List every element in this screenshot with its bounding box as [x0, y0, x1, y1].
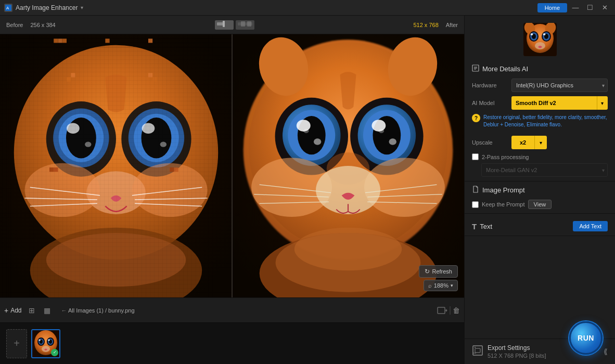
svg-point-109 [530, 33, 533, 35]
image-prompt-section: Image Prompt Keep the Prompt View [465, 181, 615, 214]
ai-model-control: Smooth Diff v2 ▾ [511, 96, 608, 110]
after-image [232, 34, 464, 297]
svg-rect-10 [54, 38, 58, 43]
svg-point-69 [389, 138, 396, 145]
svg-point-118 [475, 347, 476, 348]
two-pass-checkbox[interactable] [472, 153, 479, 160]
run-button[interactable]: RUN [569, 321, 603, 355]
ai-model-button[interactable]: Smooth Diff v2 [511, 96, 597, 110]
svg-point-38 [24, 163, 100, 217]
ai-model-dropdown-button[interactable]: ▾ [597, 96, 608, 110]
svg-rect-117 [475, 348, 480, 353]
add-image-button[interactable]: + [6, 329, 27, 358]
slider-controls [215, 20, 254, 30]
ai-model-label: AI Model [472, 100, 508, 106]
svg-rect-2 [217, 22, 223, 25]
titlebar: A Aarty Image Enhancer ▾ Home — ☐ ✕ [0, 0, 615, 16]
slider-after-btn[interactable] [236, 20, 254, 30]
two-pass-label: 2-Pass processing [482, 154, 529, 160]
filmstrip-actions: 🗑 [437, 306, 460, 315]
titlebar-right: Home — ☐ ✕ [537, 3, 611, 13]
upscale-control: x2 ▾ [511, 136, 608, 149]
svg-point-97 [48, 339, 50, 341]
before-label: Before [6, 22, 23, 28]
left-panel: Before 256 x 384 [0, 16, 464, 364]
svg-point-62 [297, 120, 311, 132]
export-details: 512 X 768 PNG [8 bits] [488, 353, 546, 359]
close-button[interactable]: ✕ [598, 3, 611, 13]
text-row: T Text Add Text [472, 221, 608, 231]
grid2-view-button[interactable]: ▦ [42, 305, 53, 316]
export-icon [472, 345, 483, 359]
svg-rect-116 [473, 346, 482, 355]
help-icon[interactable]: ? [472, 114, 480, 122]
svg-point-96 [39, 339, 41, 341]
svg-point-83 [294, 228, 402, 271]
filmstrip-bar: + Add ⊞ ▦ ← All Images (1) / bunny.png 🗑 [0, 297, 464, 322]
svg-rect-84 [438, 307, 445, 314]
svg-rect-12 [62, 38, 67, 43]
filmstrip: + [0, 322, 464, 364]
refresh-button[interactable]: ↻ Refresh [419, 265, 458, 278]
add-text-button[interactable]: Add Text [573, 221, 608, 231]
image-thumbnail[interactable]: ✓ [31, 329, 60, 358]
right-scroll: More Details AI Hardware Intel(R) UHD Gr… [465, 16, 615, 364]
export-left: Export Settings 512 X 768 PNG [8 bits] [472, 344, 546, 359]
svg-rect-14 [148, 38, 152, 43]
view-button[interactable]: View [528, 200, 552, 209]
refresh-icon: ↻ [425, 268, 430, 275]
export-small-icon [437, 307, 447, 314]
zoom-button[interactable]: ⌕ 188% ▾ [424, 280, 458, 291]
after-label: After [446, 22, 458, 28]
app-icon: A [4, 4, 12, 12]
hardware-dropdown[interactable]: Intel(R) UHD Graphics [511, 79, 608, 92]
upscale-label: Upscale [472, 139, 508, 146]
svg-rect-6 [241, 21, 245, 27]
svg-rect-3 [224, 22, 230, 25]
more-detail-gan-dropdown: More-Detail GAN v2 [481, 163, 608, 177]
hardware-row: Hardware Intel(R) UHD Graphics ▾ [472, 79, 608, 92]
svg-point-26 [160, 142, 166, 147]
compare-divider [232, 34, 233, 297]
svg-rect-33 [67, 77, 71, 82]
home-button[interactable]: Home [537, 3, 567, 12]
details-icon [472, 64, 479, 73]
zoom-icon: ⌕ [428, 282, 432, 289]
export-expand-icon[interactable]: ⟪ [604, 347, 608, 356]
gan-dropdown-arrow: ▾ [602, 167, 605, 173]
svg-rect-46 [49, 167, 54, 172]
svg-rect-47 [54, 167, 58, 172]
separator [450, 306, 451, 315]
hardware-label: Hardware [472, 82, 508, 88]
minimize-button[interactable]: — [569, 3, 582, 13]
svg-rect-34 [71, 73, 75, 77]
svg-point-63 [314, 138, 321, 145]
main-layout: Before 256 x 384 [0, 16, 615, 364]
image-compare[interactable]: ↻ Refresh ⌕ 188% ▾ [0, 34, 464, 297]
more-detail-gan-control: More-Detail GAN v2 ▾ [481, 163, 608, 177]
svg-point-70 [379, 129, 384, 133]
keep-prompt-checkbox[interactable] [472, 201, 479, 208]
svg-rect-7 [247, 21, 251, 27]
two-pass-row: 2-Pass processing [472, 153, 608, 160]
trash-button[interactable]: 🗑 [453, 306, 460, 315]
add-button-bar[interactable]: + Add [4, 306, 22, 315]
grid-view-button[interactable]: ⊞ [26, 305, 37, 316]
svg-rect-4 [223, 21, 225, 27]
more-details-section: More Details AI Hardware Intel(R) UHD Gr… [465, 60, 615, 181]
image-controls: ↻ Refresh ⌕ 188% ▾ [419, 265, 458, 291]
upscale-button[interactable]: x2 [511, 136, 534, 149]
right-panel: More Details AI Hardware Intel(R) UHD Gr… [464, 16, 615, 364]
svg-rect-48 [170, 167, 174, 172]
upscale-dropdown-button[interactable]: ▾ [534, 136, 547, 149]
svg-rect-13 [105, 38, 109, 43]
svg-text:A: A [6, 6, 9, 10]
slider-before-btn[interactable] [215, 20, 234, 30]
maximize-button[interactable]: ☐ [584, 3, 596, 13]
upscale-row: Upscale x2 ▾ [472, 136, 608, 149]
plus-icon: + [4, 306, 8, 315]
export-title: Export Settings [488, 344, 546, 352]
svg-point-21 [85, 142, 91, 147]
before-image [0, 34, 232, 297]
export-info: Export Settings 512 X 768 PNG [8 bits] [488, 344, 546, 359]
